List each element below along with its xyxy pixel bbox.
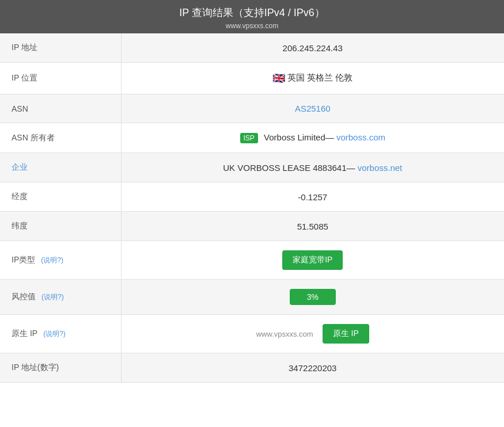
label-asn: ASN	[0, 94, 121, 123]
value-ip-address: 206.245.224.43	[121, 33, 504, 63]
risk-bar: 3%	[290, 289, 336, 305]
label-text-native-ip: 原生 IP	[12, 329, 37, 339]
label-ip-location: IP 位置	[0, 63, 121, 94]
header: IP 查询结果（支持IPv4 / IPv6） www.vpsxxs.com	[0, 0, 504, 33]
value-latitude: 51.5085	[121, 212, 504, 241]
table-row: 风控值(说明?)3%	[0, 280, 504, 315]
value-enterprise: UK VORBOSS LEASE 4883641— vorboss.net	[121, 153, 504, 182]
table-row: ASN 所有者ISP Vorboss Limited— vorboss.com	[0, 123, 504, 153]
explain-link-native-ip[interactable]: (说明?)	[43, 329, 66, 339]
value-risk-value: 3%	[121, 280, 504, 315]
label-enterprise: 企业	[0, 153, 121, 182]
native-ip-site: www.vpsxxs.com	[256, 330, 313, 338]
table-row: IP类型(说明?)家庭宽带IP	[0, 241, 504, 280]
label-asn-owner: ASN 所有者	[0, 123, 121, 153]
enterprise-link[interactable]: vorboss.net	[358, 163, 403, 173]
explain-link-ip-type[interactable]: (说明?)	[41, 256, 63, 265]
native-ip-button[interactable]: 原生 IP	[323, 324, 369, 344]
location-text: 英国 英格兰 伦敦	[287, 73, 353, 82]
page-title: IP 查询结果（支持IPv4 / IPv6）	[0, 6, 504, 20]
value-ip-type: 家庭宽带IP	[121, 241, 504, 280]
enterprise-name: UK VORBOSS LEASE 4883641—	[223, 163, 357, 173]
isp-name: Vorboss Limited—	[262, 132, 336, 142]
label-longitude: 经度	[0, 182, 121, 212]
label-ip-number: IP 地址(数字)	[0, 353, 121, 383]
value-asn-owner: ISP Vorboss Limited— vorboss.com	[121, 123, 504, 153]
table-row: 经度-0.1257	[0, 182, 504, 212]
value-native-ip: www.vpsxxs.com原生 IP	[122, 315, 505, 353]
ip-type-button[interactable]: 家庭宽带IP	[282, 250, 343, 270]
value-link-asn[interactable]: AS25160	[295, 104, 331, 113]
value-longitude: -0.1257	[121, 182, 504, 212]
header-subtitle: www.vpsxxs.com	[0, 22, 504, 30]
label-latitude: 纬度	[0, 212, 121, 241]
value-asn: AS25160	[121, 94, 504, 123]
value-ip-location: 🇬🇧英国 英格兰 伦敦	[121, 63, 504, 94]
table-row: 企业UK VORBOSS LEASE 4883641— vorboss.net	[0, 153, 504, 182]
label-text-risk-value: 风控值	[12, 292, 36, 302]
result-table: IP 地址206.245.224.43IP 位置🇬🇧英国 英格兰 伦敦ASNAS…	[0, 33, 504, 383]
table-row: ASNAS25160	[0, 94, 504, 123]
label-link-enterprise[interactable]: 企业	[12, 162, 28, 171]
value-ip-number: 3472220203	[121, 353, 504, 383]
table-row: 纬度51.5085	[0, 212, 504, 241]
table-row: 原生 IP(说明?)www.vpsxxs.com原生 IP	[0, 315, 504, 353]
flag-icon: 🇬🇧	[272, 73, 285, 84]
isp-badge: ISP	[240, 133, 258, 143]
isp-website-link[interactable]: vorboss.com	[336, 132, 385, 142]
table-row: IP 地址206.245.224.43	[0, 33, 504, 63]
label-ip-type: IP类型(说明?)	[0, 241, 121, 280]
label-native-ip: 原生 IP(说明?)	[0, 315, 121, 353]
table-row: IP 位置🇬🇧英国 英格兰 伦敦	[0, 63, 504, 94]
label-risk-value: 风控值(说明?)	[0, 280, 121, 315]
table-row: IP 地址(数字)3472220203	[0, 353, 504, 383]
explain-link-risk-value[interactable]: (说明?)	[41, 292, 64, 302]
label-text-ip-type: IP类型	[12, 255, 35, 265]
label-ip-address: IP 地址	[0, 33, 121, 63]
